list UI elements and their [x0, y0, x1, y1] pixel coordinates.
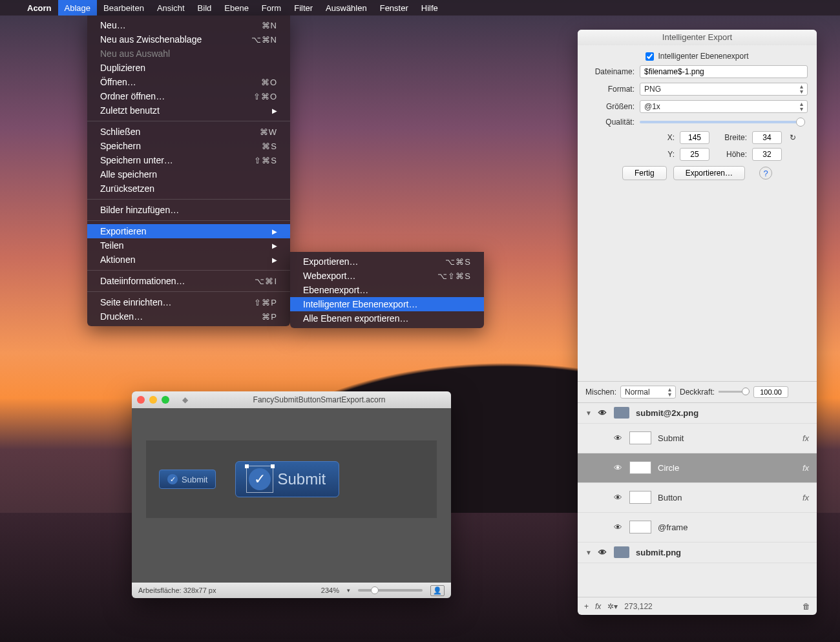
x-label: X:: [642, 133, 675, 142]
submenu-item[interactable]: Ebenenexport…: [290, 283, 484, 297]
menu-item[interactable]: Schließen⌘W: [87, 125, 290, 139]
zoom-level: 234%: [321, 586, 339, 594]
height-input[interactable]: [752, 148, 782, 161]
status-bar: Arbeitsfläche: 328x77 px 234% ▾ 👤: [132, 583, 451, 598]
panel-statusbar: + fx ✲▾ 273,122 🗑: [578, 597, 817, 615]
layer-row[interactable]: 👁@frame: [578, 513, 817, 543]
disclosure-icon[interactable]: ▼: [585, 549, 592, 556]
menu-item[interactable]: Neu aus Zwischenablage⌥⌘N: [87, 32, 290, 47]
disclosure-icon[interactable]: ▼: [585, 409, 592, 417]
minimize-icon[interactable]: [149, 396, 157, 404]
layer-name: Button: [658, 493, 796, 502]
submenu-item[interactable]: Exportieren…⌥⌘S: [290, 254, 484, 269]
reset-icon[interactable]: ↻: [787, 133, 799, 142]
trash-icon[interactable]: 🗑: [803, 602, 810, 611]
menu-item[interactable]: Seite einrichten…⇧⌘P: [87, 295, 290, 309]
folder-icon: [614, 546, 629, 558]
visibility-icon[interactable]: 👁: [614, 463, 623, 473]
layer-group[interactable]: ▼👁submit@2x.png: [578, 403, 817, 424]
layer-row[interactable]: 👁Circlefx: [578, 453, 817, 483]
help-icon[interactable]: ?: [759, 167, 772, 180]
menu-form[interactable]: Form: [255, 0, 288, 16]
selection-handles[interactable]: [246, 466, 273, 493]
smart-export-checkbox[interactable]: [646, 52, 654, 61]
close-icon[interactable]: [137, 396, 145, 404]
visibility-icon[interactable]: 👁: [598, 548, 607, 557]
add-layer-icon[interactable]: +: [584, 602, 589, 611]
layer-name: @frame: [658, 523, 809, 532]
layer-group[interactable]: ▼👁submit.png: [578, 543, 817, 563]
panel-title: Intelligenter Export: [578, 30, 817, 45]
submit-button-large: ✓ Submit: [235, 461, 339, 497]
menu-item[interactable]: Exportieren▶: [87, 224, 290, 238]
menu-fenster[interactable]: Fenster: [373, 0, 415, 16]
height-label: Höhe:: [715, 150, 747, 159]
menu-item[interactable]: Teilen▶: [87, 238, 290, 253]
menu-item[interactable]: Drucken…⌘P: [87, 309, 290, 324]
blend-select[interactable]: Normal▴▾: [620, 386, 676, 399]
layers-list[interactable]: ▼👁submit@2x.png👁Submitfx👁Circlefx👁Button…: [578, 403, 817, 597]
submenu-item[interactable]: Alle Ebenen exportieren…: [290, 311, 484, 326]
layer-thumb: [629, 461, 651, 474]
submenu-item[interactable]: Webexport…⌥⇧⌘S: [290, 269, 484, 283]
menu-item[interactable]: Ordner öffnen…⇧⌘O: [87, 89, 290, 103]
y-input[interactable]: [680, 148, 709, 161]
zoom-slider[interactable]: [358, 589, 423, 592]
menu-bearbeiten[interactable]: Bearbeiten: [97, 0, 151, 16]
menu-item[interactable]: Öffnen…⌘O: [87, 75, 290, 89]
submenu-item[interactable]: Intelligenter Ebenenexport…: [290, 297, 484, 311]
width-input[interactable]: [752, 131, 782, 144]
gear-icon[interactable]: ✲▾: [607, 602, 618, 611]
menu-item[interactable]: Neu…⌘N: [87, 18, 290, 32]
menu-hilfe[interactable]: Hilfe: [415, 0, 445, 16]
quality-slider[interactable]: [640, 121, 805, 123]
file-menu[interactable]: Neu…⌘NNeu aus Zwischenablage⌥⌘NNeu aus A…: [87, 16, 290, 326]
layer-row[interactable]: 👁Buttonfx: [578, 483, 817, 513]
visibility-icon[interactable]: 👁: [614, 493, 623, 502]
menu-item[interactable]: Speichern unter…⇧⌘S: [87, 153, 290, 167]
layer-name: submit@2x.png: [636, 408, 809, 418]
app-menu[interactable]: Acorn: [21, 0, 58, 16]
menu-item[interactable]: Dateiinformationen…⌥⌘I: [87, 274, 290, 288]
format-select[interactable]: PNG▴▾: [640, 83, 808, 96]
check-icon-large: ✓: [249, 468, 271, 490]
zoom-icon[interactable]: [162, 396, 169, 404]
menu-ebene[interactable]: Ebene: [218, 0, 255, 16]
menu-item[interactable]: Zuletzt benutzt▶: [87, 103, 290, 118]
sizes-select[interactable]: @1x▴▾: [640, 100, 808, 113]
export-submenu[interactable]: Exportieren…⌥⌘SWebexport…⌥⇧⌘SEbenenexpor…: [290, 252, 484, 328]
canvas[interactable]: ✓ Submit ✓ Submit: [132, 408, 451, 583]
menu-bild[interactable]: Bild: [191, 0, 218, 16]
menu-item[interactable]: Bilder hinzufügen…: [87, 203, 290, 217]
menu-item[interactable]: Duplizieren: [87, 61, 290, 75]
menu-ablage[interactable]: Ablage: [58, 0, 97, 16]
filename-input[interactable]: [640, 65, 808, 78]
menu-filter[interactable]: Filter: [288, 0, 319, 16]
x-input[interactable]: [680, 131, 709, 144]
menu-item[interactable]: Aktionen▶: [87, 253, 290, 267]
layer-row[interactable]: 👁Submitfx: [578, 424, 817, 453]
menu-ansicht[interactable]: Ansicht: [151, 0, 191, 16]
menu-item[interactable]: Speichern⌘S: [87, 139, 290, 153]
fx-badge: fx: [803, 493, 809, 502]
menu-item[interactable]: Alle speichern: [87, 167, 290, 181]
menu-item[interactable]: Zurücksetzen: [87, 181, 290, 196]
visibility-icon[interactable]: 👁: [614, 433, 623, 443]
visibility-icon[interactable]: 👁: [614, 523, 623, 532]
opacity-input[interactable]: [753, 386, 788, 398]
format-label: Format:: [587, 85, 640, 94]
artboard: ✓ Submit ✓ Submit: [146, 440, 437, 518]
opacity-label: Deckkraft:: [680, 388, 715, 397]
submit-button-small: ✓ Submit: [159, 470, 216, 489]
export-button[interactable]: Exportieren…: [673, 166, 745, 180]
fx-icon[interactable]: fx: [595, 602, 601, 611]
menu-auswählen[interactable]: Auswählen: [319, 0, 373, 16]
document-titlebar[interactable]: ◆ FancySubmitButtonSmartExport.acorn: [132, 391, 451, 408]
opacity-slider[interactable]: [719, 391, 750, 393]
user-icon[interactable]: 👤: [430, 585, 445, 596]
visibility-icon[interactable]: 👁: [598, 408, 607, 418]
layer-name: submit.png: [636, 548, 809, 557]
done-button[interactable]: Fertig: [622, 166, 667, 180]
zoom-menu-icon[interactable]: ▾: [347, 587, 350, 594]
layer-thumb: [629, 521, 651, 533]
